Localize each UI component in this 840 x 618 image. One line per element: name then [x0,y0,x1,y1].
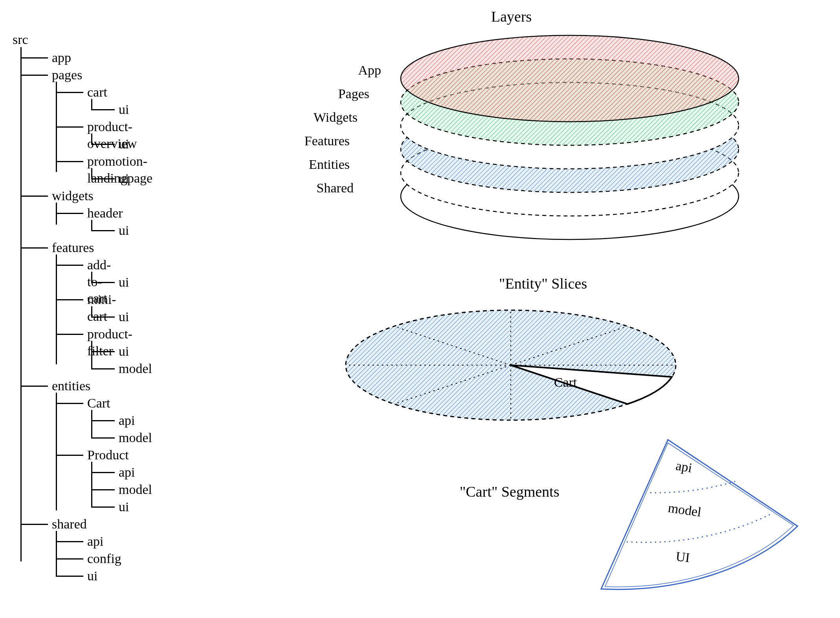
tree-app: app [52,49,71,66]
tree-entities-product-api: api [119,464,135,481]
segments-title: "Cart" Segments [460,483,559,500]
tree-entities-cart: Cart [87,395,110,412]
layer-features: Features [271,133,350,148]
layers-title: Layers [491,8,532,25]
tree-pages-promo-ui: ui [119,170,129,187]
tree-widgets-header-ui: ui [119,222,129,239]
tree-features-product-filter-model: model [119,360,152,377]
tree-features-add-to-cart-ui: ui [119,274,129,291]
tree-entities-product-ui: ui [119,499,129,516]
tree-entities-cart-api: api [119,412,135,429]
slices-title: "Entity" Slices [499,275,587,292]
tree-shared-ui: ui [87,568,97,585]
tree-widgets: widgets [52,188,94,205]
tree-shared-config: config [87,550,121,567]
tree-entities-cart-model: model [119,430,152,446]
tree-entities: entities [52,378,90,395]
tree-features: features [52,240,94,256]
tree-features-mini-cart-ui: ui [119,309,129,325]
tree-root: src [13,31,28,48]
tree-pages-product-overview: product-overview [87,119,137,152]
tree-pages-cart: cart [87,84,107,101]
segment-api: api [675,458,693,476]
layer-widgets: Widgets [279,110,358,125]
layer-entities: Entities [271,157,350,172]
tree-entities-product: Product [87,447,129,464]
tree-entities-product-model: model [119,481,152,498]
layer-shared: Shared [275,181,354,196]
layer-pages: Pages [291,86,369,101]
tree-widgets-header: header [87,205,123,222]
layer-app: App [303,63,381,78]
tree-shared: shared [52,516,87,533]
tree-pages: pages [52,67,82,84]
tree-shared-api: api [87,533,104,550]
segment-ui: UI [675,549,691,565]
tree-pages-product-overview-ui: ui [119,136,129,153]
svg-point-11 [401,35,739,122]
slice-cart: Cart [554,375,577,390]
slices-diagram [342,302,735,444]
tree-features-product-filter-ui: ui [119,343,129,360]
tree-pages-cart-ui: ui [119,101,129,118]
